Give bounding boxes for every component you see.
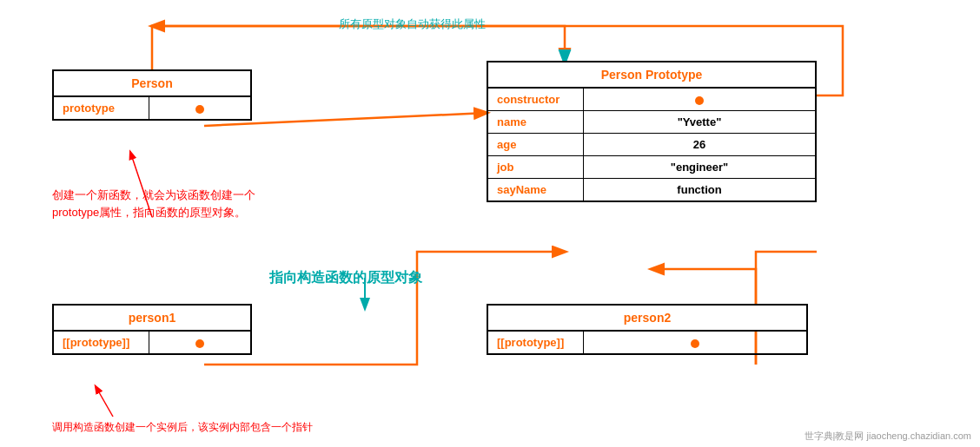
person2-prototype-dot (691, 339, 699, 348)
person-prototype-value (149, 97, 250, 119)
person1-prototype-value (149, 332, 250, 353)
person2-box-title: person2 (488, 306, 806, 332)
prototype-box: Person Prototype constructor name "Yvett… (487, 61, 817, 202)
person2-prototype-value (584, 332, 806, 353)
person1-box-title: person1 (54, 306, 250, 332)
sayname-row: sayName function (488, 179, 815, 200)
job-label: job (488, 156, 584, 178)
person1-prototype-dot (195, 339, 204, 348)
person2-prototype-label: [[prototype]] (488, 332, 584, 353)
diagram-container: Person prototype Person Prototype constr… (0, 0, 980, 447)
person-box-title: Person (54, 71, 250, 97)
person2-box: person2 [[prototype]] (487, 304, 808, 355)
name-value: "Yvette" (584, 111, 815, 133)
age-value: 26 (584, 134, 815, 155)
watermark: 世字典|教是网 jiaocheng.chazidian.com (805, 430, 971, 443)
prototype-box-title: Person Prototype (488, 62, 815, 89)
constructor-label: constructor (488, 89, 584, 110)
person1-box: person1 [[prototype]] (52, 304, 252, 355)
name-label: name (488, 111, 584, 133)
constructor-row: constructor (488, 89, 815, 111)
constructor-value (584, 89, 815, 110)
constructor-dot (695, 96, 704, 105)
sayname-value: function (584, 179, 815, 200)
job-row: job "engineer" (488, 156, 815, 179)
job-value: "engineer" (584, 156, 815, 178)
top-annotation: 所有原型对象自动获得此属性 (339, 16, 486, 33)
age-label: age (488, 134, 584, 155)
age-row: age 26 (488, 134, 815, 156)
middle-annotation: 指向构造函数的原型对象 (269, 267, 422, 288)
left-annotation: 创建一个新函数，就会为该函数创建一个 prototype属性，指向函数的原型对象… (52, 187, 255, 220)
person1-prototype-row: [[prototype]] (54, 332, 250, 353)
person2-prototype-row: [[prototype]] (488, 332, 806, 353)
bottom-annotation: 调用构造函数创建一个实例后，该实例内部包含一个指针 (52, 419, 313, 435)
name-row: name "Yvette" (488, 111, 815, 134)
sayname-label: sayName (488, 179, 584, 200)
person-prototype-label: prototype (54, 97, 149, 119)
person1-prototype-label: [[prototype]] (54, 332, 149, 353)
person-box: Person prototype (52, 69, 252, 121)
person-prototype-dot (195, 105, 204, 114)
person-prototype-row: prototype (54, 97, 250, 119)
